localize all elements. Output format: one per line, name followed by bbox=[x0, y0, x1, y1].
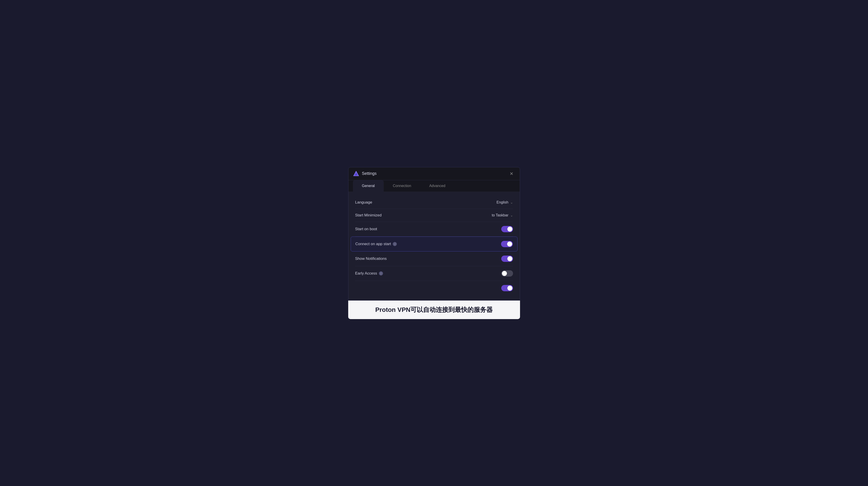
partial-toggle[interactable] bbox=[501, 285, 513, 291]
title-bar: Settings ✕ bbox=[348, 168, 520, 180]
start-minimized-label: Start Minimized bbox=[355, 213, 382, 218]
show-notifications-toggle[interactable] bbox=[501, 255, 513, 262]
tab-general[interactable]: General bbox=[353, 180, 384, 191]
connect-on-app-start-toggle[interactable] bbox=[501, 241, 513, 247]
window-title: Settings bbox=[362, 171, 377, 176]
language-label: Language bbox=[355, 200, 372, 205]
proton-logo-icon bbox=[353, 171, 359, 177]
tab-advanced[interactable]: Advanced bbox=[420, 180, 454, 191]
close-button[interactable]: ✕ bbox=[508, 170, 515, 177]
language-value: English bbox=[497, 201, 508, 205]
show-notifications-row: Show Notifications bbox=[355, 251, 513, 266]
start-minimized-row: Start Minimized to Taskbar ⌄ bbox=[355, 209, 513, 222]
settings-content: Language English ⌄ Start Minimized to Ta… bbox=[348, 191, 520, 300]
caption-bar: Proton VPN可以自动连接到最快的服务器 bbox=[348, 301, 520, 319]
start-minimized-value: to Taskbar bbox=[492, 213, 508, 217]
connect-on-app-start-info-icon[interactable]: i bbox=[393, 242, 397, 246]
start-minimized-chevron-icon: ⌄ bbox=[510, 213, 513, 217]
start-minimized-dropdown[interactable]: to Taskbar ⌄ bbox=[492, 213, 513, 217]
start-on-boot-label: Start on boot bbox=[355, 227, 377, 231]
connect-on-app-start-row: Connect on app start i bbox=[351, 237, 518, 251]
language-chevron-icon: ⌄ bbox=[510, 201, 513, 204]
show-notifications-label: Show Notifications bbox=[355, 256, 387, 261]
early-access-row: Early Access i bbox=[355, 266, 513, 281]
caption-text: Proton VPN可以自动连接到最快的服务器 bbox=[375, 306, 493, 313]
partial-bottom-row bbox=[355, 281, 513, 294]
tab-connection[interactable]: Connection bbox=[384, 180, 420, 191]
start-on-boot-toggle[interactable] bbox=[501, 226, 513, 232]
early-access-label: Early Access i bbox=[355, 271, 383, 276]
title-bar-left: Settings bbox=[353, 171, 377, 177]
early-access-toggle[interactable] bbox=[501, 270, 513, 277]
language-dropdown[interactable]: English ⌄ bbox=[497, 201, 513, 205]
tabs-bar: General Connection Advanced bbox=[348, 180, 520, 191]
language-row: Language English ⌄ bbox=[355, 196, 513, 209]
connect-on-app-start-label: Connect on app start i bbox=[355, 242, 397, 246]
start-on-boot-row: Start on boot bbox=[355, 222, 513, 237]
early-access-info-icon[interactable]: i bbox=[379, 271, 383, 275]
